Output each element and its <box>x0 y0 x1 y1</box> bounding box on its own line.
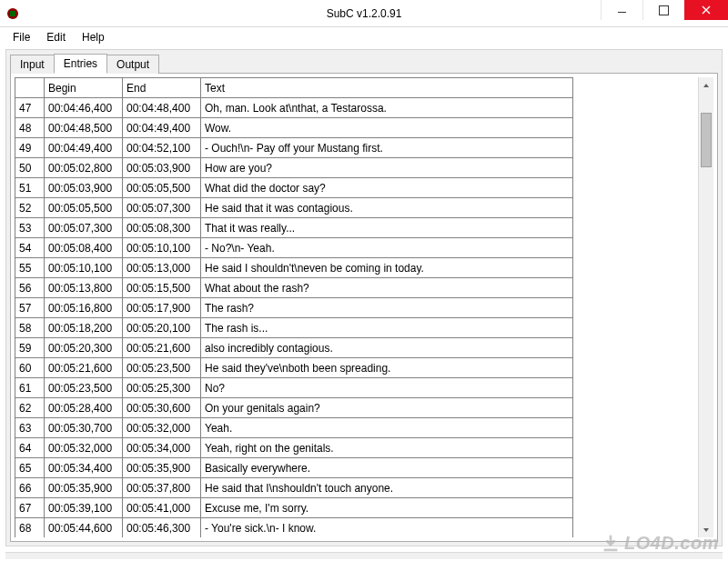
cell-text[interactable]: He said they've\nboth been spreading. <box>201 358 573 378</box>
cell-end[interactable]: 00:05:10,100 <box>123 238 201 258</box>
cell-text[interactable]: - No?\n- Yeah. <box>201 238 573 258</box>
cell-text[interactable]: He said that I\nshouldn't touch anyone. <box>201 478 573 498</box>
table-row[interactable]: 4700:04:46,40000:04:48,400Oh, man. Look … <box>15 98 573 118</box>
cell-begin[interactable]: 00:04:46,400 <box>45 98 123 118</box>
cell-begin[interactable]: 00:05:13,800 <box>45 278 123 298</box>
cell-text[interactable]: He said I shouldn't\neven be coming in t… <box>201 258 573 278</box>
cell-end[interactable]: 00:05:23,500 <box>123 358 201 378</box>
tab-output[interactable]: Output <box>106 55 159 74</box>
cell-n[interactable]: 55 <box>15 258 45 278</box>
col-index[interactable] <box>15 78 45 98</box>
cell-n[interactable]: 50 <box>15 158 45 178</box>
cell-end[interactable]: 00:05:20,100 <box>123 318 201 338</box>
cell-begin[interactable]: 00:05:07,300 <box>45 218 123 238</box>
menu-help[interactable]: Help <box>75 29 112 45</box>
cell-end[interactable]: 00:05:25,300 <box>123 378 201 398</box>
cell-end[interactable]: 00:05:08,300 <box>123 218 201 238</box>
cell-end[interactable]: 00:05:17,900 <box>123 298 201 318</box>
cell-text[interactable]: That it was really... <box>201 218 573 238</box>
cell-begin[interactable]: 00:05:30,700 <box>45 418 123 438</box>
cell-text[interactable]: The rash? <box>201 298 573 318</box>
cell-n[interactable]: 59 <box>15 338 45 358</box>
cell-end[interactable]: 00:05:41,000 <box>123 498 201 518</box>
table-row[interactable]: 5800:05:18,20000:05:20,100The rash is... <box>15 318 573 338</box>
cell-begin[interactable]: 00:05:23,500 <box>45 378 123 398</box>
cell-n[interactable]: 61 <box>15 378 45 398</box>
table-row[interactable]: 4900:04:49,40000:04:52,100- Ouch!\n- Pay… <box>15 138 573 158</box>
scroll-thumb[interactable] <box>701 113 712 167</box>
cell-text[interactable]: Yeah. <box>201 418 573 438</box>
cell-end[interactable]: 00:04:49,400 <box>123 118 201 138</box>
table-row[interactable]: 6000:05:21,60000:05:23,500He said they'v… <box>15 358 573 378</box>
cell-n[interactable]: 56 <box>15 278 45 298</box>
minimize-button[interactable] <box>601 0 642 20</box>
cell-end[interactable]: 00:05:07,300 <box>123 198 201 218</box>
cell-n[interactable]: 57 <box>15 298 45 318</box>
cell-end[interactable]: 00:05:37,800 <box>123 478 201 498</box>
cell-begin[interactable]: 00:05:39,100 <box>45 498 123 518</box>
cell-end[interactable]: 00:05:05,500 <box>123 178 201 198</box>
cell-n[interactable]: 62 <box>15 398 45 418</box>
table-row[interactable]: 6300:05:30,70000:05:32,000Yeah. <box>15 418 573 438</box>
cell-n[interactable]: 49 <box>15 138 45 158</box>
cell-n[interactable]: 58 <box>15 318 45 338</box>
vertical-scrollbar[interactable] <box>698 77 713 537</box>
cell-begin[interactable]: 00:05:34,400 <box>45 458 123 478</box>
table-row[interactable]: 5200:05:05,50000:05:07,300He said that i… <box>15 198 573 218</box>
close-button[interactable] <box>684 0 728 20</box>
menu-edit[interactable]: Edit <box>39 29 73 45</box>
cell-begin[interactable]: 00:05:16,800 <box>45 298 123 318</box>
table-row[interactable]: 6800:05:44,60000:05:46,300- You're sick.… <box>15 518 573 538</box>
cell-text[interactable]: Wow. <box>201 118 573 138</box>
cell-begin[interactable]: 00:05:18,200 <box>45 318 123 338</box>
cell-text[interactable]: Basically everywhere. <box>201 458 573 478</box>
cell-n[interactable]: 51 <box>15 178 45 198</box>
table-row[interactable]: 6100:05:23,50000:05:25,300No? <box>15 378 573 398</box>
cell-begin[interactable]: 00:05:35,900 <box>45 478 123 498</box>
table-row[interactable]: 5100:05:03,90000:05:05,500What did the d… <box>15 178 573 198</box>
cell-end[interactable]: 00:05:46,300 <box>123 518 201 538</box>
maximize-button[interactable] <box>642 0 684 20</box>
cell-text[interactable]: also incredibly contagious. <box>201 338 573 358</box>
cell-text[interactable]: Oh, man. Look at\nthat, a Testarossa. <box>201 98 573 118</box>
cell-end[interactable]: 00:05:32,000 <box>123 418 201 438</box>
cell-begin[interactable]: 00:05:21,600 <box>45 358 123 378</box>
cell-end[interactable]: 00:05:03,900 <box>123 158 201 178</box>
table-row[interactable]: 5700:05:16,80000:05:17,900The rash? <box>15 298 573 318</box>
cell-n[interactable]: 47 <box>15 98 45 118</box>
table-row[interactable]: 6200:05:28,40000:05:30,600On your genita… <box>15 398 573 418</box>
cell-end[interactable]: 00:05:30,600 <box>123 398 201 418</box>
cell-n[interactable]: 48 <box>15 118 45 138</box>
cell-n[interactable]: 53 <box>15 218 45 238</box>
cell-text[interactable]: The rash is... <box>201 318 573 338</box>
cell-n[interactable]: 52 <box>15 198 45 218</box>
scroll-down-arrow[interactable] <box>699 522 713 537</box>
cell-text[interactable]: What did the doctor say? <box>201 178 573 198</box>
cell-text[interactable]: Excuse me, I'm sorry. <box>201 498 573 518</box>
scroll-track[interactable] <box>699 93 713 522</box>
table-row[interactable]: 5000:05:02,80000:05:03,900How are you? <box>15 158 573 178</box>
cell-begin[interactable]: 00:05:32,000 <box>45 438 123 458</box>
cell-begin[interactable]: 00:05:44,600 <box>45 518 123 538</box>
col-begin[interactable]: Begin <box>45 78 123 98</box>
cell-n[interactable]: 66 <box>15 478 45 498</box>
cell-n[interactable]: 54 <box>15 238 45 258</box>
cell-end[interactable]: 00:05:35,900 <box>123 458 201 478</box>
cell-n[interactable]: 64 <box>15 438 45 458</box>
entries-grid[interactable]: Begin End Text 4700:04:46,40000:04:48,40… <box>15 77 573 537</box>
cell-end[interactable]: 00:05:21,600 <box>123 338 201 358</box>
table-row[interactable]: 5400:05:08,40000:05:10,100- No?\n- Yeah. <box>15 238 573 258</box>
tab-input[interactable]: Input <box>10 55 55 74</box>
cell-text[interactable]: - Ouch!\n- Pay off your Mustang first. <box>201 138 573 158</box>
tab-entries[interactable]: Entries <box>54 54 107 74</box>
col-text[interactable]: Text <box>201 78 573 98</box>
cell-n[interactable]: 63 <box>15 418 45 438</box>
cell-text[interactable]: He said that it was contagious. <box>201 198 573 218</box>
table-row[interactable]: 5900:05:20,30000:05:21,600also incredibl… <box>15 338 573 358</box>
table-row[interactable]: 5600:05:13,80000:05:15,500What about the… <box>15 278 573 298</box>
cell-end[interactable]: 00:05:13,000 <box>123 258 201 278</box>
cell-text[interactable]: - You're sick.\n- I know. <box>201 518 573 538</box>
cell-begin[interactable]: 00:04:49,400 <box>45 138 123 158</box>
table-row[interactable]: 4800:04:48,50000:04:49,400Wow. <box>15 118 573 138</box>
table-row[interactable]: 5500:05:10,10000:05:13,000He said I shou… <box>15 258 573 278</box>
